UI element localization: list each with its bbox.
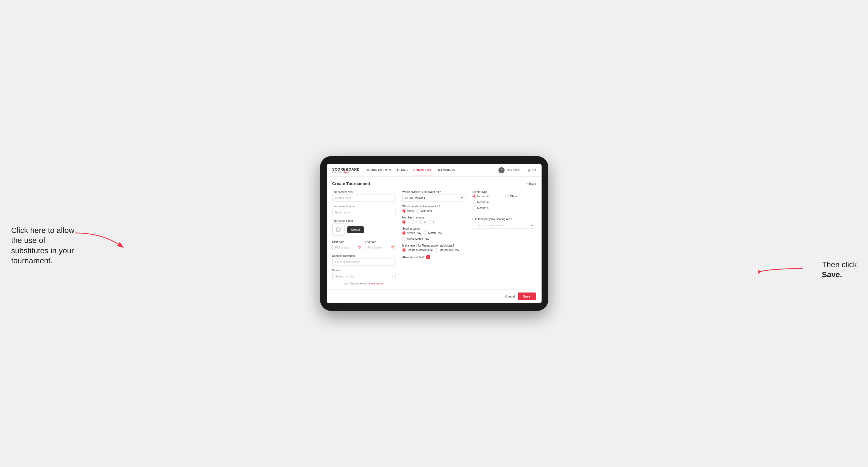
format-6count5-label: 6 count 5 — [477, 207, 489, 210]
start-date-label: Start date — [332, 241, 344, 244]
form-grid: Tournament Host Tournament name Tourname… — [332, 190, 536, 285]
tournament-name-group: Tournament name — [332, 205, 396, 216]
rounds-3-radio[interactable] — [420, 220, 423, 224]
scoring-service-group: Use third-party live scoring API? Select… — [472, 218, 536, 229]
logo-upload-row: Upload — [332, 223, 396, 236]
format-5count4[interactable]: 5 count 4 — [472, 194, 503, 198]
end-date-label: End date — [365, 241, 376, 244]
scoring-system-label: Scoring system — [402, 227, 466, 230]
rounds-label: Number of rounds — [402, 216, 466, 219]
nav-committee[interactable]: COMMITTEE — [413, 164, 432, 176]
rounds-2-radio[interactable] — [411, 220, 414, 224]
app-logo: SCOREBOARD Powered by clippd — [332, 167, 360, 173]
rounds-3-label: 3 — [424, 220, 426, 223]
gender-mens[interactable]: Mens — [402, 209, 414, 213]
gender-womens-radio[interactable] — [416, 209, 420, 213]
tournament-logo-group: Tournament logo Upload — [332, 219, 396, 236]
event-teams-radio[interactable] — [402, 248, 406, 252]
gender-mens-radio[interactable] — [402, 209, 406, 213]
logo-powered: Powered by clippd — [332, 171, 360, 173]
division-select[interactable]: NCAA Division I — [402, 194, 466, 201]
start-date-group: Start date 📅 — [332, 239, 363, 251]
end-date-group: End date 📅 — [365, 239, 396, 251]
event-individuals[interactable]: Individuals Only — [435, 248, 459, 252]
cancel-button[interactable]: Cancel — [505, 295, 515, 298]
nav-teams[interactable]: TEAMS — [397, 164, 408, 176]
tournament-host-group: Tournament Host — [332, 190, 396, 201]
nav-right: B blair admin | Sign out — [498, 167, 536, 174]
logo-clippd: clippd — [343, 171, 349, 173]
sign-out-link[interactable]: Sign out — [526, 169, 536, 172]
tournament-host-label: Tournament Host — [332, 190, 396, 193]
rounds-4[interactable]: 4 — [428, 220, 434, 224]
back-link[interactable]: Back — [527, 182, 536, 185]
dropdown-icon: ▼ — [392, 275, 394, 278]
format-6count5-radio[interactable] — [472, 206, 476, 210]
event-for-radio-group: Teams (+Individuals) Individuals Only — [402, 248, 466, 252]
allow-substitutes-row: Allow substitutes? ✓ — [402, 255, 466, 259]
rounds-group: Number of rounds 1 2 — [402, 216, 466, 224]
format-6count4-radio[interactable] — [472, 200, 476, 204]
left-arrow-icon — [75, 230, 125, 252]
logo-placeholder — [332, 223, 344, 236]
scoring-stroke[interactable]: Stroke Play — [402, 231, 421, 235]
rounds-4-radio[interactable] — [428, 220, 431, 224]
scoring-stroke-radio[interactable] — [402, 231, 406, 235]
format-other-label: Other — [510, 195, 517, 198]
scoring-match-radio[interactable] — [424, 231, 427, 235]
bottom-bar: Cancel Save — [327, 289, 541, 303]
event-teams-label: Teams (+Individuals) — [407, 249, 433, 252]
dates-group: Start date 📅 End date — [332, 239, 396, 251]
rounds-1-radio[interactable] — [402, 220, 406, 224]
nav-tournaments[interactable]: TOURNAMENTS — [366, 164, 391, 176]
page-wrapper: Click here to allow the use of substitut… — [11, 156, 857, 311]
format-type-label: Format type — [472, 190, 536, 193]
allow-substitutes-checkbox[interactable]: ✓ — [426, 255, 430, 259]
rounds-1-label: 1 — [407, 220, 409, 223]
format-6count4[interactable]: 6 count 4 — [472, 200, 503, 204]
gender-group: Which gender is the event for? Mens Wome… — [402, 205, 466, 213]
rounds-2[interactable]: 2 — [411, 220, 417, 224]
tablet-frame: SCOREBOARD Powered by clippd TOURNAMENTS… — [320, 156, 548, 311]
format-5count4-radio[interactable] — [472, 194, 476, 198]
venue-label: Venue — [332, 269, 396, 272]
scoring-medal-radio[interactable] — [402, 237, 406, 241]
rounds-2-label: 2 — [415, 220, 417, 223]
format-type-group: Format type 5 count 4 Other — [472, 190, 536, 210]
right-annotation: Then click Save. — [822, 260, 857, 280]
rounds-3[interactable]: 3 — [420, 220, 426, 224]
avatar: B — [498, 167, 504, 174]
rounds-1[interactable]: 1 — [402, 220, 409, 224]
form-right-column: Format type 5 count 4 Other — [472, 190, 536, 285]
form-middle-column: Which division is the event for? NCAA Di… — [402, 190, 466, 285]
venue-input[interactable] — [332, 273, 396, 280]
nav-rankings[interactable]: RANKINGS — [438, 164, 455, 176]
event-individuals-radio[interactable] — [435, 248, 438, 252]
sponsor-input[interactable] — [332, 258, 396, 266]
format-other[interactable]: Other — [505, 194, 536, 198]
scoring-service-select[interactable]: Select a scoring service — [472, 222, 536, 229]
scoring-match[interactable]: Match Play — [424, 231, 442, 235]
format-6count5[interactable]: 6 count 5 — [472, 206, 503, 210]
navigation: SCOREBOARD Powered by clippd TOURNAMENTS… — [327, 164, 541, 177]
allow-substitutes-label: Allow substitutes? — [402, 256, 425, 259]
allow-substitutes-group: Allow substitutes? ✓ — [402, 255, 466, 259]
format-5count4-label: 5 count 4 — [477, 195, 489, 198]
gender-womens-label: Womens — [421, 209, 432, 212]
gender-label: Which gender is the event for? — [402, 205, 466, 208]
event-teams[interactable]: Teams (+Individuals) — [402, 248, 433, 252]
nav-separator: | — [523, 169, 524, 172]
svg-point-2 — [337, 228, 338, 229]
main-content: Create Tournament Back Tournament Host T… — [327, 177, 541, 289]
email-support-link[interactable]: email support — [369, 282, 384, 285]
save-button[interactable]: Save — [518, 292, 536, 300]
left-annotation: Click here to allow the use of substitut… — [11, 225, 78, 266]
event-for-group: Is this event for Teams and/or Individua… — [402, 244, 466, 252]
format-other-radio[interactable] — [505, 194, 509, 198]
gender-womens[interactable]: Womens — [416, 209, 432, 213]
upload-button[interactable]: Upload — [347, 226, 364, 233]
tournament-name-input[interactable] — [332, 209, 396, 216]
rounds-radio-group: 1 2 3 — [402, 220, 466, 224]
scoring-medal[interactable]: Medal Match Play — [402, 237, 429, 241]
tournament-host-input[interactable] — [332, 194, 396, 201]
